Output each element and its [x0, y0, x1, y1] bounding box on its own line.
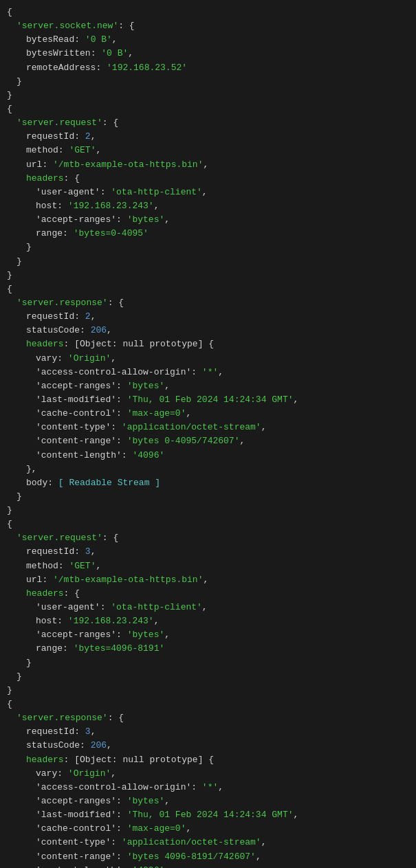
code-line: 'content-type': 'application/octet-strea… [7, 421, 409, 434]
code-line: } [7, 490, 409, 504]
code-line: method: 'GET', [7, 144, 409, 157]
code-line: host: '192.168.23.243', [7, 614, 409, 628]
code-line: } [7, 684, 409, 698]
code-line: remoteAddress: '192.168.23.52' [7, 61, 409, 75]
code-block: {'server.request': {requestId: 2,method:… [7, 102, 409, 282]
code-line: headers: { [7, 587, 409, 601]
code-line: url: '/mtb-example-ota-https.bin', [7, 158, 409, 172]
code-line: } [7, 269, 409, 282]
code-line: } [7, 504, 409, 518]
code-line: 'last-modified': 'Thu, 01 Feb 2024 14:24… [7, 393, 409, 407]
code-line: 'accept-ranges': 'bytes', [7, 628, 409, 642]
code-line: { [7, 698, 409, 711]
code-line: { [7, 5, 409, 19]
code-block: {'server.response': {requestId: 3,status… [7, 698, 409, 868]
code-line: 'cache-control': 'max-age=0', [7, 407, 409, 421]
code-line: url: '/mtb-example-ota-https.bin', [7, 573, 409, 587]
code-line: { [7, 518, 409, 531]
code-line: range: 'bytes=0-4095' [7, 227, 409, 241]
code-line: 'server.request': { [7, 116, 409, 130]
code-line: headers: { [7, 172, 409, 186]
code-line: }, [7, 463, 409, 476]
code-line: bytesWritten: '0 B', [7, 47, 409, 60]
code-line: requestId: 2, [7, 310, 409, 324]
code-line: requestId: 2, [7, 130, 409, 144]
code-line: requestId: 3, [7, 545, 409, 559]
code-line: host: '192.168.23.243', [7, 199, 409, 213]
code-block: {'server.socket.new': {bytesRead: '0 B',… [7, 5, 409, 102]
code-line: requestId: 3, [7, 725, 409, 739]
code-line: } [7, 255, 409, 269]
code-line: 'user-agent': 'ota-http-client', [7, 601, 409, 614]
code-line: } [7, 656, 409, 670]
code-line: 'content-length': '4096' [7, 864, 409, 868]
code-line: 'server.request': { [7, 531, 409, 545]
code-line: 'cache-control': 'max-age=0', [7, 822, 409, 836]
code-line: 'server.response': { [7, 296, 409, 310]
code-line: 'content-range': 'bytes 4096-8191/742607… [7, 850, 409, 864]
code-line: 'accept-ranges': 'bytes', [7, 379, 409, 393]
code-line: vary: 'Origin', [7, 352, 409, 366]
code-output: {'server.socket.new': {bytesRead: '0 B',… [7, 5, 409, 868]
code-line: statusCode: 206, [7, 324, 409, 337]
code-line: 'content-type': 'application/octet-strea… [7, 836, 409, 849]
code-line: 'accept-ranges': 'bytes', [7, 213, 409, 227]
code-line: 'content-range': 'bytes 0-4095/742607', [7, 434, 409, 448]
code-line: headers: [Object: null prototype] { [7, 753, 409, 767]
code-line: method: 'GET', [7, 559, 409, 573]
code-line: 'content-length': '4096' [7, 449, 409, 463]
code-block: {'server.response': {requestId: 2,status… [7, 282, 409, 518]
code-line: body: [ Readable Stream ] [7, 476, 409, 490]
code-line: 'access-control-allow-origin': '*', [7, 781, 409, 794]
code-line: } [7, 75, 409, 89]
code-line: headers: [Object: null prototype] { [7, 337, 409, 351]
code-line: 'access-control-allow-origin': '*', [7, 366, 409, 379]
code-line: 'user-agent': 'ota-http-client', [7, 186, 409, 199]
code-line: statusCode: 206, [7, 739, 409, 753]
code-line: 'last-modified': 'Thu, 01 Feb 2024 14:24… [7, 808, 409, 822]
code-block: {'server.request': {requestId: 3,method:… [7, 518, 409, 698]
code-line: { [7, 102, 409, 116]
code-line: 'accept-ranges': 'bytes', [7, 794, 409, 808]
code-line: 'server.socket.new': { [7, 19, 409, 33]
code-line: bytesRead: '0 B', [7, 33, 409, 47]
code-line: } [7, 241, 409, 254]
code-line: vary: 'Origin', [7, 767, 409, 781]
code-line: } [7, 89, 409, 102]
code-line: { [7, 282, 409, 296]
code-line: range: 'bytes=4096-8191' [7, 642, 409, 656]
code-line: 'server.response': { [7, 711, 409, 725]
code-line: } [7, 670, 409, 684]
